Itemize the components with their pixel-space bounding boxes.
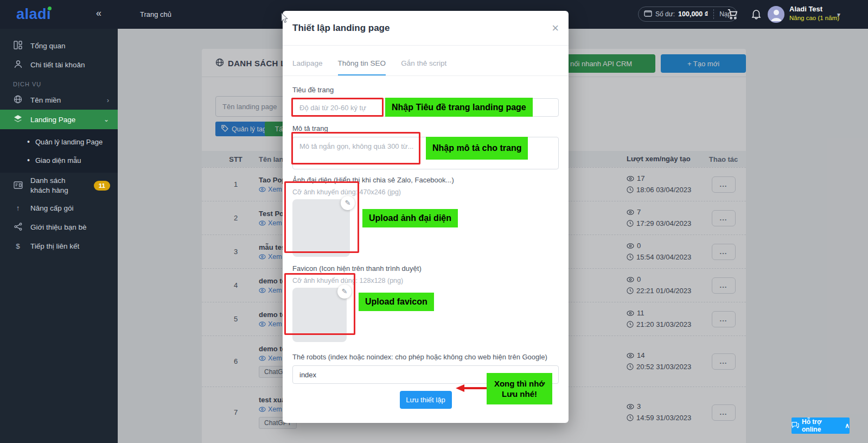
modal-tabs: Ladipage Thông tin SEO Gắn thẻ script xyxy=(283,46,569,76)
dashboard-icon xyxy=(13,41,23,51)
sidebar-item-label: Tên miền xyxy=(30,96,61,104)
wallet-icon xyxy=(644,9,652,19)
user-menu[interactable]: Aladi Test Nâng cao (1 năm) xyxy=(789,5,839,22)
sidebar-item-referral[interactable]: Giới thiệu bạn bè xyxy=(0,218,118,237)
sidebar-item-label: Chi tiết tài khoản xyxy=(30,61,85,69)
sidebar-item-label: Tiếp thị liên kết xyxy=(30,242,79,250)
chat-icon xyxy=(792,422,799,430)
annotation-box-title-input xyxy=(291,98,384,117)
sidebar-submenu: • Quản lý landing Page • Giao diện mẫu xyxy=(0,129,118,173)
customers-count-badge: 11 xyxy=(94,181,110,191)
support-online-button[interactable]: Hỗ trợ online ∧ xyxy=(792,417,850,434)
layers-icon xyxy=(13,115,23,125)
sidebar-item-label: Landing Page xyxy=(30,116,75,124)
chevron-down-icon[interactable]: ▾ xyxy=(837,11,840,18)
nav-home-link[interactable]: Trang chủ xyxy=(140,10,171,18)
balance-pill[interactable]: Số dư: 100,000 ₫ Nạp xyxy=(638,7,737,22)
sidebar-item-label: Giới thiệu bạn bè xyxy=(30,223,86,231)
sidebar-section-services: DỊCH VỤ xyxy=(0,74,118,91)
sidebar-item-label: Nâng cấp gói xyxy=(30,204,74,212)
sidebar-item-upgrade[interactable]: ↑ Nâng cấp gói xyxy=(0,199,118,218)
sidebar-item-account[interactable]: Chi tiết tài khoản xyxy=(0,55,118,74)
tab-seo-info[interactable]: Thông tin SEO xyxy=(338,59,386,75)
sidebar-item-overview[interactable]: Tổng quan xyxy=(0,36,118,55)
sidebar-collapse-icon[interactable]: « xyxy=(96,8,101,19)
page-title-field-label: Tiêu đề trang xyxy=(292,86,559,94)
sidebar-item-landing-page[interactable]: Landing Page ⌄ xyxy=(0,110,118,129)
caret-up-icon: ∧ xyxy=(845,422,850,429)
balance-amount: 100,000 ₫ xyxy=(678,10,708,18)
support-label: Hỗ trợ online xyxy=(802,418,842,433)
user-name: Aladi Test xyxy=(789,5,839,14)
balance-label: Số dư: xyxy=(655,10,675,18)
annotation-note-save-line1: Xong thì nhớ xyxy=(494,378,545,389)
sidebar-item-templates[interactable]: • Giao diện mẫu xyxy=(0,151,118,169)
robots-field-label: Thẻ robots (index hoặc noindex: cho phép… xyxy=(292,353,559,361)
annotation-box-avatar xyxy=(284,181,359,253)
person-icon xyxy=(13,60,23,70)
share-icon xyxy=(13,223,23,232)
close-icon[interactable]: × xyxy=(552,22,559,34)
modal-title: Thiết lập landing page xyxy=(292,23,390,34)
bullet-icon: • xyxy=(27,156,30,164)
id-card-icon xyxy=(13,181,23,191)
bullet-icon: • xyxy=(27,137,30,146)
dollar-icon: $ xyxy=(13,242,23,250)
chevron-right-icon: › xyxy=(107,97,109,104)
annotation-box-desc-input xyxy=(291,132,420,164)
mouse-cursor xyxy=(281,13,290,26)
page-desc-field-label: Mô tả trang xyxy=(292,124,559,132)
annotation-note-avatar: Upload ảnh đại diện xyxy=(362,209,458,227)
favicon-field-label: Favicon (Icon hiện trên thanh trình duyệ… xyxy=(292,264,559,273)
annotation-note-favicon: Upload favicon xyxy=(359,293,434,311)
user-plan: Nâng cao (1 năm) xyxy=(789,14,839,22)
pill-divider xyxy=(713,9,714,19)
cart-icon[interactable] xyxy=(726,8,739,22)
save-settings-button[interactable]: Lưu thiết lập xyxy=(400,391,452,409)
sidebar-item-label: Danh sách khách hàng xyxy=(30,176,86,195)
sidebar-item-label: Quản lý landing Page xyxy=(35,138,103,146)
globe-icon xyxy=(13,95,23,105)
logo-dot xyxy=(48,7,52,10)
sidebar-item-domain[interactable]: Tên miền › xyxy=(0,91,118,110)
arrow-up-icon: ↑ xyxy=(13,204,23,212)
annotation-note-save: Xong thì nhớ Lưu nhé! xyxy=(487,373,552,404)
annotation-arrow-left xyxy=(455,383,488,395)
sidebar-item-label: Tổng quan xyxy=(30,42,66,50)
bell-icon[interactable] xyxy=(750,8,762,22)
sidebar: Tổng quan Chi tiết tài khoản DỊCH VỤ Tên… xyxy=(0,29,118,443)
sidebar-item-label: Giao diện mẫu xyxy=(35,156,81,164)
sidebar-item-customers[interactable]: Danh sách khách hàng 11 xyxy=(0,173,118,199)
user-avatar[interactable] xyxy=(768,6,784,23)
app-logo[interactable]: aladi xyxy=(16,6,51,23)
chevron-down-icon: ⌄ xyxy=(104,116,109,123)
sidebar-item-manage-landing[interactable]: • Quản lý landing Page xyxy=(0,132,118,151)
sidebar-item-affiliate[interactable]: $ Tiếp thị liên kết xyxy=(0,237,118,256)
annotation-note-desc: Nhập mô tả cho trang xyxy=(426,137,528,160)
tab-script[interactable]: Gắn thẻ script xyxy=(401,59,446,75)
tab-ladipage[interactable]: Ladipage xyxy=(292,59,323,75)
annotation-box-favicon xyxy=(284,273,355,335)
annotation-note-save-line2: Lưu nhé! xyxy=(502,389,537,400)
annotation-note-title: Nhập Tiêu đề trang landing page xyxy=(385,98,533,117)
